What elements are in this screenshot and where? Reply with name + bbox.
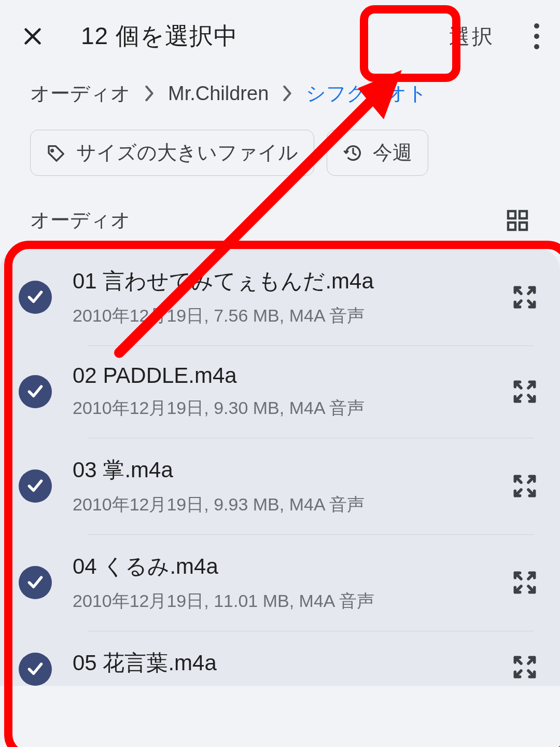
file-row[interactable]: 01 言わせてみてぇもんだ.m4a 2010年12月19日, 7.56 MB, … [0, 249, 560, 345]
fullscreen-icon[interactable] [510, 653, 541, 682]
fullscreen-icon[interactable] [510, 568, 541, 597]
file-text: 01 言わせてみてぇもんだ.m4a 2010年12月19日, 7.56 MB, … [73, 267, 500, 328]
breadcrumb-item-active[interactable]: シフクノオト [306, 80, 427, 107]
checkmark-icon[interactable] [19, 281, 52, 314]
checkmark-icon[interactable] [19, 469, 52, 503]
tag-icon [46, 143, 67, 163]
chevron-right-icon [282, 86, 292, 101]
file-meta: 2010年12月19日, 11.01 MB, M4A 音声 [73, 589, 500, 613]
checkmark-icon[interactable] [19, 653, 52, 686]
close-icon[interactable] [21, 24, 45, 48]
chip-label: 今週 [373, 140, 412, 166]
fullscreen-icon[interactable] [510, 472, 541, 501]
file-row[interactable]: 02 PADDLE.m4a 2010年12月19日, 9.30 MB, M4A … [0, 345, 560, 438]
file-name: 03 掌.m4a [73, 455, 500, 485]
file-name: 05 花言葉.m4a [73, 648, 500, 677]
file-name: 01 言わせてみてぇもんだ.m4a [73, 267, 500, 296]
breadcrumb: オーディオ Mr.Children シフクノオト [0, 73, 560, 114]
grid-view-icon[interactable] [505, 208, 530, 233]
breadcrumb-item[interactable]: オーディオ [30, 80, 131, 107]
file-text: 05 花言葉.m4a [73, 648, 500, 686]
fullscreen-icon[interactable] [510, 377, 541, 406]
chip-this-week[interactable]: 今週 [327, 130, 428, 176]
chip-large-files[interactable]: サイズの大きいファイル [30, 130, 314, 176]
file-meta: 2010年12月19日, 9.30 MB, M4A 音声 [73, 396, 500, 420]
checkmark-icon[interactable] [19, 566, 52, 599]
chip-label: サイズの大きいファイル [76, 140, 298, 166]
file-row[interactable]: 03 掌.m4a 2010年12月19日, 9.93 MB, M4A 音声 [0, 438, 560, 534]
file-text: 03 掌.m4a 2010年12月19日, 9.93 MB, M4A 音声 [73, 455, 500, 517]
section-title: オーディオ [30, 207, 131, 233]
file-row[interactable]: 05 花言葉.m4a [0, 631, 560, 686]
file-list: 01 言わせてみてぇもんだ.m4a 2010年12月19日, 7.56 MB, … [0, 249, 560, 686]
file-text: 02 PADDLE.m4a 2010年12月19日, 9.30 MB, M4A … [73, 363, 500, 420]
select-button-label: 選択 [449, 22, 495, 51]
select-button[interactable]: 選択 [433, 8, 511, 65]
file-meta: 2010年12月19日, 9.93 MB, M4A 音声 [73, 493, 500, 517]
more-vert-icon[interactable] [534, 23, 539, 49]
file-text: 04 くるみ.m4a 2010年12月19日, 11.01 MB, M4A 音声 [73, 552, 500, 613]
chevron-right-icon [144, 86, 155, 101]
file-name: 02 PADDLE.m4a [73, 363, 500, 388]
file-name: 04 くるみ.m4a [73, 552, 500, 581]
fullscreen-icon[interactable] [510, 283, 541, 312]
file-meta: 2010年12月19日, 7.56 MB, M4A 音声 [73, 304, 500, 328]
section-header: オーディオ [0, 197, 560, 249]
top-bar: 12 個を選択中 選択 [0, 0, 560, 73]
filter-chips: サイズの大きいファイル 今週 [0, 114, 560, 197]
breadcrumb-item[interactable]: Mr.Children [168, 82, 269, 105]
history-icon [343, 143, 363, 163]
selection-title: 12 個を選択中 [81, 20, 238, 52]
checkmark-icon[interactable] [19, 375, 52, 408]
file-row[interactable]: 04 くるみ.m4a 2010年12月19日, 11.01 MB, M4A 音声 [0, 534, 560, 631]
